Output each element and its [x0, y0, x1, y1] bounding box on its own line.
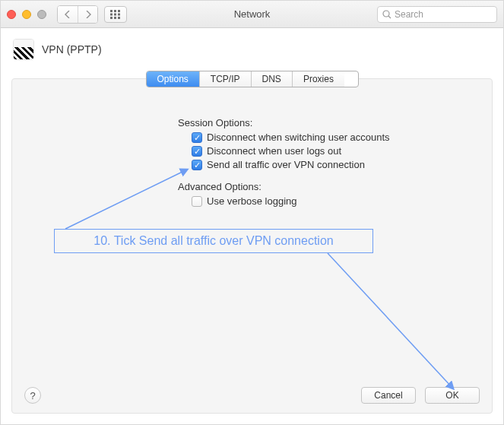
label-verbose-logging: Use verbose logging	[207, 195, 297, 207]
preferences-window: Network Search VPN (PPTP) Options TCP/IP…	[0, 0, 504, 425]
checkbox-send-all-traffic[interactable]	[192, 160, 202, 170]
svg-rect-1	[114, 10, 116, 12]
search-field[interactable]: Search	[377, 6, 497, 23]
svg-rect-2	[118, 10, 120, 12]
show-all-button[interactable]	[104, 6, 127, 23]
checkbox-disconnect-logout[interactable]	[192, 146, 202, 157]
svg-rect-3	[110, 13, 113, 15]
advanced-options-heading: Advanced Options:	[178, 181, 477, 192]
label-send-all-traffic: Send all traffic over VPN connection	[207, 159, 365, 170]
close-window-button[interactable]	[7, 10, 16, 19]
nav-back-forward	[57, 5, 98, 24]
svg-rect-0	[110, 10, 113, 12]
help-button[interactable]: ?	[24, 387, 41, 404]
search-icon	[382, 10, 391, 19]
svg-rect-6	[110, 17, 113, 19]
back-button[interactable]	[58, 6, 78, 23]
checkbox-disconnect-switching-users[interactable]	[192, 132, 202, 143]
ok-button[interactable]: OK	[425, 387, 480, 404]
forward-button[interactable]	[78, 6, 97, 23]
svg-rect-7	[114, 17, 116, 19]
pane-header: VPN (PPTP)	[1, 28, 503, 60]
tab-tcpip[interactable]: TCP/IP	[199, 71, 251, 87]
cancel-button[interactable]: Cancel	[361, 387, 416, 404]
svg-rect-5	[118, 13, 120, 15]
search-placeholder: Search	[395, 9, 423, 20]
label-disconnect-logout: Disconnect when user logs out	[207, 145, 341, 157]
tab-bar: Options TCP/IP DNS Proxies	[146, 71, 359, 87]
session-options-heading: Session Options:	[178, 117, 477, 128]
svg-point-9	[383, 11, 389, 17]
label-disconnect-switching-users: Disconnect when switching user accounts	[207, 132, 390, 143]
connection-name: VPN (PPTP)	[42, 43, 102, 56]
checkbox-verbose-logging[interactable]	[192, 196, 202, 207]
window-titlebar: Network Search	[1, 1, 503, 28]
advanced-sheet: Options TCP/IP DNS Proxies Session Optio…	[11, 78, 493, 414]
tab-dns[interactable]: DNS	[251, 71, 292, 87]
svg-rect-4	[114, 13, 116, 15]
tab-options[interactable]: Options	[147, 71, 199, 87]
window-controls	[7, 10, 46, 19]
tab-proxies[interactable]: Proxies	[292, 71, 344, 87]
options-panel: Session Options: Disconnect when switchi…	[12, 113, 492, 376]
svg-line-10	[388, 16, 391, 18]
sheet-footer: ? Cancel OK	[24, 387, 480, 404]
minimize-window-button[interactable]	[22, 10, 31, 19]
vpn-icon	[13, 39, 34, 60]
svg-rect-8	[118, 17, 120, 19]
zoom-window-button[interactable]	[37, 10, 46, 19]
